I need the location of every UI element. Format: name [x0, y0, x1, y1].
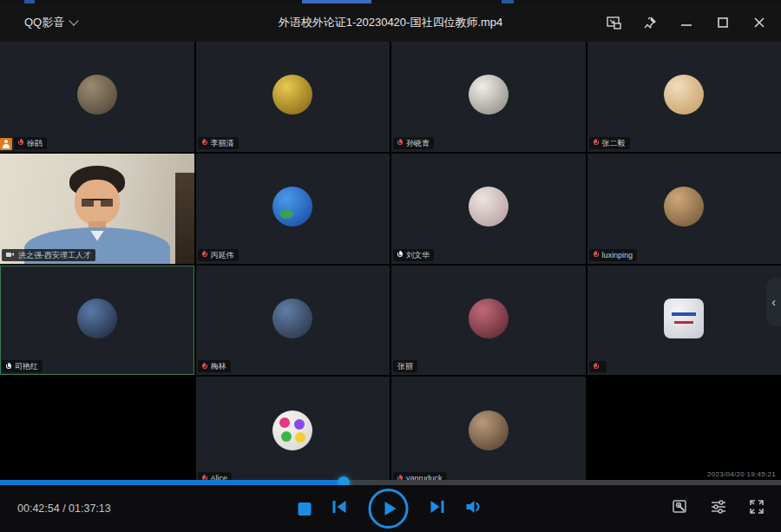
participant-avatar: [469, 299, 509, 338]
participant-tile-empty: 2023/04/20 19:45:21: [587, 377, 781, 487]
participant-avatar: [664, 187, 704, 227]
titlebar: QQ影音 外语校外论证1-20230420-国社四位教师.mp4: [0, 3, 781, 42]
stop-button[interactable]: [299, 502, 312, 516]
participant-avatar: [664, 75, 704, 115]
participant-avatar: [469, 75, 509, 115]
participant-label: 张二毅: [589, 137, 630, 149]
participant-tile: 丙延伟: [196, 154, 390, 264]
participant-avatar: [77, 299, 117, 338]
stop-icon: [299, 502, 312, 516]
mic-icon: [202, 251, 207, 259]
volume-button[interactable]: [466, 500, 483, 517]
participant-tile: [587, 266, 781, 376]
participant-label: luxinping: [589, 249, 638, 261]
meeting-sidebar-collapse-handle: ‹: [766, 278, 781, 326]
fullscreen-icon: [748, 498, 765, 519]
window-controls: [606, 3, 767, 42]
participant-label: 丙延伟: [198, 249, 239, 261]
fullscreen-button[interactable]: [748, 498, 765, 519]
participant-tile: 梅林: [196, 266, 390, 376]
participant-tile: 张二毅: [587, 42, 781, 152]
next-button[interactable]: [430, 500, 445, 517]
mic-icon: [594, 251, 599, 259]
participant-avatar: [469, 187, 509, 227]
participant-avatar: [664, 299, 704, 338]
volume-icon: [466, 500, 483, 517]
app-main-menu[interactable]: QQ影音: [24, 15, 77, 30]
mic-icon: [397, 139, 403, 147]
recording-timestamp: 2023/04/20 19:45:21: [707, 470, 776, 478]
participant-label: 李丽清: [198, 137, 239, 149]
participant-tile: 刘文华: [391, 154, 586, 264]
previous-icon: [332, 500, 348, 517]
participant-avatar: [469, 410, 509, 450]
qq-player-window: QQ影音 外语校外论证1-20230420-国社四位教师.mp4: [0, 0, 781, 532]
right-tool-buttons: [672, 498, 765, 519]
participant-label: 徐鹃: [14, 137, 47, 149]
toolbox-wrench-icon: [672, 498, 689, 519]
webcam-background: [175, 173, 194, 264]
mic-icon: [594, 363, 599, 371]
participant-avatar: [272, 299, 312, 338]
sliders-icon: [710, 498, 727, 519]
participant-tile: 张丽: [391, 266, 586, 376]
participant-label: 刘文华: [393, 249, 434, 261]
chevron-down-icon: [69, 16, 79, 25]
mic-icon: [18, 139, 23, 147]
participant-tile: 李丽清: [196, 42, 390, 152]
participant-tile-webcam: 洪之强-西安理工人才: [0, 154, 194, 264]
close-button[interactable]: [751, 15, 767, 30]
play-button[interactable]: [369, 489, 409, 529]
participant-label: [589, 361, 607, 372]
chevron-left-icon: ‹: [771, 295, 776, 309]
mini-mode-button[interactable]: [606, 15, 621, 30]
mini-mode-icon: [607, 16, 621, 30]
participant-label: 孙晓青: [393, 137, 434, 149]
minimize-button[interactable]: [679, 15, 694, 30]
time-display: 00:42:54 / 01:37:13: [17, 502, 111, 515]
playback-controls-bar: 00:42:54 / 01:37:13: [0, 485, 781, 532]
participant-tile-empty: [0, 377, 194, 487]
always-on-top-button[interactable]: [642, 15, 658, 30]
play-icon: [384, 502, 396, 516]
mic-icon: [202, 139, 207, 147]
mic-icon: [6, 363, 11, 371]
participant-tile: 司艳红: [0, 266, 194, 376]
participant-label: 司艳红: [2, 360, 43, 372]
participant-tile: Alice: [196, 377, 390, 487]
mic-icon: [594, 139, 599, 147]
participant-avatar: [77, 75, 117, 115]
maximize-button[interactable]: [715, 15, 731, 30]
camera-icon: [6, 251, 15, 259]
toolbox-button[interactable]: [672, 498, 689, 519]
participant-label: 洪之强-西安理工人才: [2, 249, 95, 261]
participant-avatar: [272, 187, 312, 227]
next-icon: [430, 500, 445, 517]
participant-tile: 孙晓青: [391, 42, 586, 152]
app-name: QQ影音: [24, 15, 64, 30]
minimize-icon: [680, 16, 692, 29]
pin-icon: [643, 16, 657, 30]
participant-avatar: [272, 75, 312, 115]
participant-avatar: [272, 410, 312, 450]
video-display-area[interactable]: 徐鹃 李丽清 孙晓青 张二毅: [0, 42, 781, 487]
participant-tile: luxinping: [587, 154, 781, 264]
participant-label: 张丽: [393, 360, 417, 372]
participant-tile: yanruduck: [391, 377, 586, 487]
participant-tile: 徐鹃: [0, 42, 194, 152]
participant-label: 梅林: [198, 360, 231, 372]
mic-icon: [202, 363, 207, 371]
mic-icon: [397, 251, 403, 259]
member-badge-icon: [0, 138, 12, 150]
previous-button[interactable]: [332, 500, 348, 517]
maximize-icon: [717, 16, 729, 29]
settings-button[interactable]: [710, 498, 727, 519]
transport-controls: [299, 489, 483, 529]
close-icon: [753, 16, 765, 29]
